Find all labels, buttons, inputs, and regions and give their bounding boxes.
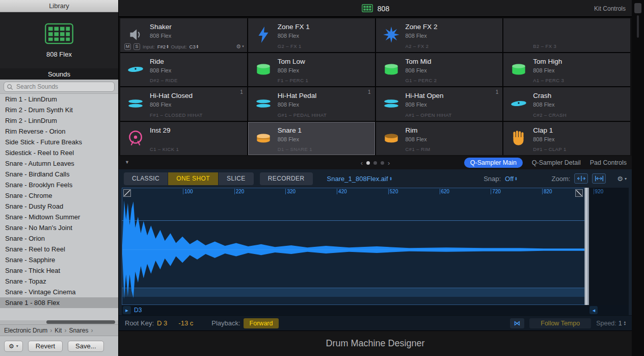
zoom-controls: Zoom: (551, 173, 606, 184)
scrollbar-button[interactable] (634, 3, 641, 13)
sounds-list: Rim 1 - LinnDrumRim 2 - Drum Synth KitRi… (0, 94, 118, 320)
list-item[interactable]: Snare - Dusty Road (0, 201, 118, 212)
list-item[interactable]: Snare - Sapphire (0, 255, 118, 265)
fine-tune-value[interactable]: -13 c (178, 319, 193, 327)
pad-note: C#2 – CRASH (533, 112, 567, 118)
list-item[interactable]: Rim 2 - Drum Synth Kit (0, 105, 118, 115)
list-item[interactable]: Snare - Topaz (0, 276, 118, 287)
list-item[interactable]: Snare - Midtown Summer (0, 212, 118, 222)
revert-button[interactable]: Revert (28, 341, 63, 352)
tab-q-sampler-main[interactable]: Q-Sampler Main (464, 158, 523, 168)
tab-q-sampler-detail[interactable]: Q-Sampler Detail (532, 159, 581, 166)
breadcrumb-item[interactable]: Electronic Drum (4, 327, 47, 334)
fade-out-handle[interactable] (575, 189, 583, 197)
sample-file-selector[interactable]: Snare_1_808Flex.aif ▴▾ (327, 175, 392, 183)
mode-one-shot[interactable]: ONE SHOT (168, 172, 219, 185)
list-item[interactable]: Rim 1 - LinnDrum (0, 94, 118, 105)
drum-pad[interactable]: Snare 1808 FlexD1 – SNARE 1 (248, 122, 375, 156)
drum-pad[interactable]: Tom Mid808 FlexG1 – PERC 2 (376, 53, 503, 87)
drum-pad[interactable]: Inst 29C1 – KICK 1 (120, 122, 247, 156)
mode-classic[interactable]: CLASSIC (124, 172, 168, 185)
drum-pad[interactable]: Hi-Hat Open808 Flex1A#1 – OPEN HIHAT (376, 87, 503, 121)
bowtie-icon: ⋈ (514, 319, 521, 327)
list-item[interactable]: Snare - Thick Heat (0, 265, 118, 276)
sampler-settings-button[interactable]: ⚙▾ (617, 175, 627, 183)
breadcrumb-item[interactable]: Snares (69, 327, 88, 334)
drum-pad[interactable]: Ride808 FlexD#2 – RIDE (120, 53, 247, 87)
library-action-menu-button[interactable]: ⚙▾ (4, 341, 23, 352)
pad-settings-button[interactable]: ⚙▾ (236, 43, 244, 50)
fade-in-handle[interactable] (123, 189, 131, 197)
drum-pad[interactable]: Zone FX 2808 FlexA2 – FX 2 (376, 18, 503, 52)
waveform-panel[interactable]: 100220320420520620720820920 ▸ D3 ◂ (122, 188, 629, 315)
solo-button[interactable]: S (133, 43, 140, 50)
list-item[interactable]: Rim Reverse - Orion (0, 126, 118, 137)
zoom-fit-selection-button[interactable] (574, 173, 588, 184)
drum-pad[interactable]: Clap 1808 FlexD#1 – CLAP 1 (503, 122, 630, 156)
scroll-left-button[interactable]: ▸ (123, 306, 131, 314)
root-key-value[interactable]: D 3 (157, 319, 167, 327)
list-item[interactable]: Snare - Orion (0, 233, 118, 244)
sample-end-marker[interactable] (584, 188, 589, 305)
list-item[interactable]: Snare - Vintage Cinema (0, 287, 118, 297)
zoom-fit-all-button[interactable] (592, 173, 606, 184)
list-item[interactable]: Snare - Brooklyn Feels (0, 180, 118, 190)
pad-title: Tom High (533, 58, 562, 65)
search-input[interactable] (4, 82, 115, 92)
drum-pad[interactable]: Hi-Hat Pedal808 Flex1G#1 – PEDAL HIHAT (248, 87, 375, 121)
follow-tempo-button[interactable]: Follow Tempo (529, 318, 591, 328)
scrollbar-thumb[interactable] (637, 15, 639, 38)
list-item[interactable]: Snare - Reel to Reel (0, 244, 118, 255)
speed-control[interactable]: Speed: 1 ▴▾ (596, 320, 626, 327)
list-item[interactable]: Snare - Autumn Leaves (0, 158, 118, 169)
drum-pad[interactable]: Zone FX 1808 FlexG2 – FX 1 (248, 18, 375, 52)
drum-pad[interactable]: Tom Low808 FlexF1 – PERC 1 (248, 53, 375, 87)
pad-count-badge: 1 (496, 89, 499, 95)
output-value[interactable]: C3▴▾ (190, 44, 198, 49)
chevron-down-icon: ▾ (16, 344, 18, 348)
list-item[interactable]: Snare - Birdland Calls (0, 169, 118, 180)
list-item[interactable]: Side Stick - Future Breaks (0, 137, 118, 147)
scroll-right-button[interactable]: ◂ (589, 306, 598, 314)
drum-pad[interactable]: Tom High808 FlexA1 – PERC 3 (503, 53, 630, 87)
drum-pad[interactable]: B2 – FX 3 (503, 18, 630, 52)
save-button[interactable]: Save... (68, 341, 103, 352)
q-sampler-panel: CLASSICONE SHOTSLICE RECORDER Snare_1_80… (119, 169, 632, 330)
drum-machine-designer: 808 Kit Controls Shaker808 Flex M S Inpu… (118, 0, 632, 356)
drum-pad[interactable]: Hi-Hat Closed808 Flex1F#1 – CLOSED HIHAT (120, 87, 247, 121)
drum-pad[interactable]: Crash808 FlexC#2 – CRASH (503, 87, 630, 121)
ruler-tick: 720 (491, 189, 501, 194)
page-dot[interactable] (381, 161, 384, 165)
page-prev-icon[interactable]: ‹ (361, 159, 363, 167)
mode-slice[interactable]: SLICE (219, 172, 254, 185)
chevron-right-icon: › (91, 327, 93, 334)
playback-mode-button[interactable]: Forward (244, 318, 279, 328)
snap-selector[interactable]: Off ▴▾ (505, 175, 517, 183)
breadcrumb[interactable]: Electronic Drum›Kit›Snares› (0, 324, 118, 336)
page-dot[interactable] (366, 161, 370, 165)
page-next-icon[interactable]: › (388, 159, 390, 167)
ruler-tick: 100 (183, 189, 193, 194)
list-item[interactable]: Rim 2 - LinnDrum (0, 115, 118, 126)
list-item[interactable]: Snare 1 - 808 Flex (0, 297, 118, 308)
pad-title: Hi-Hat Open (406, 92, 444, 99)
horizontal-scrollbar[interactable] (0, 320, 118, 324)
list-item[interactable]: Snare - No Man's Joint (0, 222, 118, 233)
tab-pad-controls[interactable]: Pad Controls (590, 159, 627, 166)
drum-pad[interactable]: Shaker808 Flex M S Input: F#2▴▾ Output: … (120, 18, 247, 52)
input-value[interactable]: F#2▴▾ (157, 44, 169, 49)
page-dot[interactable] (373, 161, 377, 165)
mute-button[interactable]: M (124, 43, 131, 50)
key-marker-label: D3 (134, 307, 142, 314)
zoom-fit-all-icon (595, 175, 604, 182)
mode-recorder[interactable]: RECORDER (260, 172, 313, 185)
drum-pad[interactable]: Rim808 FlexC#1 – RIM (376, 122, 503, 156)
list-item[interactable]: Snare - Chrome (0, 190, 118, 201)
pad-subtitle: 808 Flex (406, 33, 427, 39)
flex-icon-button[interactable]: ⋈ (510, 318, 524, 328)
list-item[interactable]: Sidestick - Reel to Reel (0, 147, 118, 158)
breadcrumb-item[interactable]: Kit (55, 327, 62, 334)
right-scrollbar-strip[interactable] (632, 0, 644, 356)
kit-controls-button[interactable]: Kit Controls (594, 0, 626, 17)
scrollbar-thumb[interactable] (46, 320, 115, 324)
